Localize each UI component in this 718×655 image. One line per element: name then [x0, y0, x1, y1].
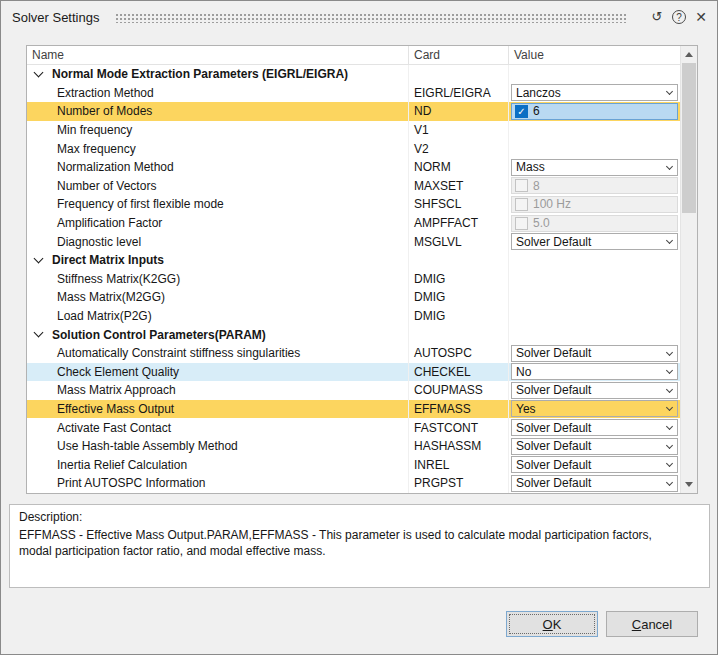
chevron-down-icon[interactable]	[662, 420, 677, 435]
table-row[interactable]: Use Hash-table Assembly MethodHASHASSMSo…	[27, 437, 680, 456]
chevron-down-icon[interactable]	[662, 401, 677, 416]
row-label: Automatically Constraint stiffness singu…	[57, 346, 300, 360]
value-editor[interactable]: ✓6	[511, 103, 678, 120]
value-checkbox	[515, 179, 528, 192]
chevron-down-icon[interactable]	[662, 160, 677, 175]
close-icon[interactable]: ✕	[693, 9, 709, 25]
row-label: Solution Control Parameters(PARAM)	[52, 328, 266, 342]
value-dropdown[interactable]: Solver Default	[511, 233, 678, 250]
table-row[interactable]: Mass Matrix ApproachCOUPMASSSolver Defau…	[27, 381, 680, 400]
value-dropdown[interactable]: Solver Default	[511, 475, 678, 492]
grid-body: Normal Mode Extraction Parameters (EIGRL…	[27, 65, 680, 493]
cancel-button[interactable]: Cancel	[606, 611, 698, 637]
row-card-cell: SHFSCL	[409, 195, 509, 214]
row-value-cell: Solver Default	[509, 474, 680, 493]
row-card-cell: HASHASSM	[409, 437, 509, 456]
value-dropdown[interactable]: Lanczos	[511, 84, 678, 101]
row-card-cell: MSGLVL	[409, 232, 509, 251]
table-row[interactable]: Stiffness Matrix(K2GG)DMIG	[27, 270, 680, 289]
column-header-value[interactable]: Value	[509, 46, 680, 64]
row-card-cell: PRGPST	[409, 474, 509, 493]
table-row[interactable]: Normal Mode Extraction Parameters (EIGRL…	[27, 65, 680, 84]
dropdown-value: Solver Default	[512, 439, 662, 453]
drag-handle-dots[interactable]	[115, 12, 628, 23]
row-card-cell: INREL	[409, 455, 509, 474]
value-dropdown[interactable]: Mass	[511, 159, 678, 176]
value-dropdown[interactable]: Yes	[511, 400, 678, 417]
table-row[interactable]: Direct Matrix Inputs	[27, 251, 680, 270]
chevron-down-icon[interactable]	[662, 346, 677, 361]
collapse-icon[interactable]	[34, 67, 44, 77]
chevron-down-icon[interactable]	[662, 383, 677, 398]
table-row[interactable]: Number of VectorsMAXSET8	[27, 177, 680, 196]
dropdown-value: Lanczos	[512, 86, 662, 100]
table-row[interactable]: Amplification FactorAMPFFACT5.0	[27, 214, 680, 233]
table-row[interactable]: Min frequencyV1	[27, 121, 680, 140]
table-row[interactable]: Normalization MethodNORMMass	[27, 158, 680, 177]
row-name-cell: Check Element Quality	[27, 363, 409, 382]
chevron-down-icon[interactable]	[662, 364, 677, 379]
row-card-cell: AMPFFACT	[409, 214, 509, 233]
chevron-glyph	[666, 442, 673, 449]
row-value-cell: Lanczos	[509, 84, 680, 103]
table-row[interactable]: Check Element QualityCHECKELNo	[27, 363, 680, 382]
row-card-cell	[409, 325, 509, 344]
row-value-cell	[509, 139, 680, 158]
value-dropdown[interactable]: No	[511, 363, 678, 380]
chevron-down-icon[interactable]	[662, 234, 677, 249]
scroll-down-button[interactable]	[681, 476, 697, 493]
value-checkbox[interactable]: ✓	[515, 105, 528, 118]
row-value-cell	[509, 121, 680, 140]
table-row[interactable]: Frequency of first flexible modeSHFSCL10…	[27, 195, 680, 214]
value-dropdown[interactable]: Solver Default	[511, 438, 678, 455]
row-label: Use Hash-table Assembly Method	[57, 439, 238, 453]
table-row[interactable]: Solution Control Parameters(PARAM)	[27, 325, 680, 344]
row-card-cell	[409, 251, 509, 270]
collapse-icon[interactable]	[34, 328, 44, 338]
row-value-cell: Mass	[509, 158, 680, 177]
table-row[interactable]: Number of ModesND✓6	[27, 102, 680, 121]
value-text: 100 Hz	[533, 197, 571, 211]
chevron-down-icon[interactable]	[662, 85, 677, 100]
row-value-cell: 100 Hz	[509, 195, 680, 214]
table-row[interactable]: Mass Matrix(M2GG)DMIG	[27, 288, 680, 307]
value-editor: 8	[511, 177, 678, 194]
value-text: 5.0	[533, 216, 550, 230]
value-dropdown[interactable]: Solver Default	[511, 345, 678, 362]
row-name-cell: Activate Fast Contact	[27, 418, 409, 437]
table-row[interactable]: Effective Mass OutputEFFMASSYes	[27, 400, 680, 419]
row-name-cell: Inertia Relief Calculation	[27, 455, 409, 474]
table-row[interactable]: Load Matrix(P2G)DMIG	[27, 307, 680, 326]
chevron-down-icon[interactable]	[662, 457, 677, 472]
vertical-scrollbar[interactable]	[680, 46, 697, 493]
ok-button[interactable]: OK	[506, 611, 598, 637]
scrollbar-track[interactable]	[681, 63, 697, 476]
table-row[interactable]: Inertia Relief CalculationINRELSolver De…	[27, 455, 680, 474]
reset-icon[interactable]: ↺	[649, 9, 665, 25]
row-label: Load Matrix(P2G)	[57, 309, 152, 323]
collapse-icon[interactable]	[34, 253, 44, 263]
table-row[interactable]: Diagnostic levelMSGLVLSolver Default	[27, 232, 680, 251]
row-name-cell: Effective Mass Output	[27, 400, 409, 419]
table-row[interactable]: Extraction MethodEIGRL/EIGRALanczos	[27, 84, 680, 103]
chevron-glyph	[666, 367, 673, 374]
value-dropdown[interactable]: Solver Default	[511, 382, 678, 399]
scroll-up-button[interactable]	[681, 46, 697, 63]
dialog-title: Solver Settings	[12, 10, 99, 25]
chevron-down-icon[interactable]	[662, 439, 677, 454]
chevron-glyph	[666, 423, 673, 430]
value-dropdown[interactable]: Solver Default	[511, 419, 678, 436]
column-header-name[interactable]: Name	[27, 46, 409, 64]
help-icon[interactable]: ?	[672, 10, 686, 24]
table-row[interactable]: Print AUTOSPC InformationPRGPSTSolver De…	[27, 474, 680, 493]
scrollbar-thumb[interactable]	[682, 63, 696, 213]
row-name-cell: Normalization Method	[27, 158, 409, 177]
column-header-card[interactable]: Card	[409, 46, 509, 64]
table-row[interactable]: Automatically Constraint stiffness singu…	[27, 344, 680, 363]
table-row[interactable]: Activate Fast ContactFASTCONTSolver Defa…	[27, 418, 680, 437]
chevron-down-icon[interactable]	[662, 476, 677, 491]
value-dropdown[interactable]: Solver Default	[511, 456, 678, 473]
table-row[interactable]: Max frequencyV2	[27, 139, 680, 158]
row-name-cell: Frequency of first flexible mode	[27, 195, 409, 214]
row-card-cell: COUPMASS	[409, 381, 509, 400]
